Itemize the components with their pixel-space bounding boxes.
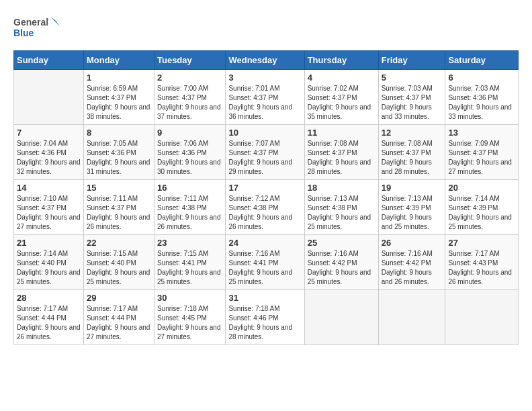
calendar-cell: 1Sunrise: 6:59 AMSunset: 4:37 PMDaylight… — [83, 70, 154, 125]
day-info: Sunrise: 7:15 AMSunset: 4:41 PMDaylight:… — [157, 249, 222, 287]
calendar-cell: 14Sunrise: 7:10 AMSunset: 4:37 PMDayligh… — [14, 180, 84, 235]
day-info: Sunrise: 7:14 AMSunset: 4:39 PMDaylight:… — [448, 194, 515, 232]
day-number: 11 — [308, 128, 375, 138]
calendar-cell: 29Sunrise: 7:17 AMSunset: 4:44 PMDayligh… — [83, 290, 154, 345]
day-number: 29 — [87, 293, 151, 303]
calendar-cell: 10Sunrise: 7:07 AMSunset: 4:37 PMDayligh… — [226, 125, 304, 180]
page-header: GeneralBlue — [13, 13, 519, 44]
day-number: 10 — [228, 128, 301, 138]
calendar-week-row: 7Sunrise: 7:04 AMSunset: 4:36 PMDaylight… — [14, 125, 519, 180]
calendar-cell: 3Sunrise: 7:01 AMSunset: 4:37 PMDaylight… — [226, 70, 304, 125]
day-info: Sunrise: 7:05 AMSunset: 4:36 PMDaylight:… — [87, 139, 151, 177]
svg-text:Blue: Blue — [13, 28, 34, 38]
day-number: 21 — [17, 238, 81, 248]
calendar-cell — [378, 290, 445, 345]
day-info: Sunrise: 7:16 AMSunset: 4:42 PMDaylight:… — [308, 249, 375, 287]
day-info: Sunrise: 7:08 AMSunset: 4:37 PMDaylight:… — [308, 139, 375, 177]
col-header-saturday: Saturday — [445, 51, 519, 70]
day-number: 24 — [228, 238, 301, 248]
logo: GeneralBlue — [13, 13, 60, 44]
day-number: 13 — [448, 128, 515, 138]
day-info: Sunrise: 7:07 AMSunset: 4:37 PMDaylight:… — [228, 139, 301, 177]
calendar-cell: 4Sunrise: 7:02 AMSunset: 4:37 PMDaylight… — [304, 70, 378, 125]
calendar-week-row: 1Sunrise: 6:59 AMSunset: 4:37 PMDaylight… — [14, 70, 519, 125]
calendar-cell — [14, 70, 84, 125]
calendar-cell: 9Sunrise: 7:06 AMSunset: 4:36 PMDaylight… — [154, 125, 225, 180]
day-number: 15 — [87, 183, 151, 193]
calendar-week-row: 14Sunrise: 7:10 AMSunset: 4:37 PMDayligh… — [14, 180, 519, 235]
calendar-cell: 17Sunrise: 7:12 AMSunset: 4:38 PMDayligh… — [226, 180, 304, 235]
day-number: 4 — [308, 73, 375, 83]
day-info: Sunrise: 7:15 AMSunset: 4:40 PMDaylight:… — [87, 249, 151, 287]
calendar-cell: 8Sunrise: 7:05 AMSunset: 4:36 PMDaylight… — [83, 125, 154, 180]
day-info: Sunrise: 7:09 AMSunset: 4:37 PMDaylight:… — [448, 139, 515, 177]
calendar-cell: 12Sunrise: 7:08 AMSunset: 4:37 PMDayligh… — [378, 125, 445, 180]
day-info: Sunrise: 7:04 AMSunset: 4:36 PMDaylight:… — [17, 139, 81, 177]
col-header-friday: Friday — [378, 51, 445, 70]
calendar-cell: 2Sunrise: 7:00 AMSunset: 4:37 PMDaylight… — [154, 70, 225, 125]
day-number: 6 — [448, 73, 515, 83]
calendar-cell: 16Sunrise: 7:11 AMSunset: 4:38 PMDayligh… — [154, 180, 225, 235]
calendar-cell: 26Sunrise: 7:16 AMSunset: 4:42 PMDayligh… — [378, 235, 445, 290]
day-number: 23 — [157, 238, 222, 248]
day-number: 28 — [17, 293, 81, 303]
day-info: Sunrise: 7:06 AMSunset: 4:36 PMDaylight:… — [157, 139, 222, 177]
calendar-cell: 28Sunrise: 7:17 AMSunset: 4:44 PMDayligh… — [14, 290, 84, 345]
day-info: Sunrise: 6:59 AMSunset: 4:37 PMDaylight:… — [87, 84, 151, 122]
day-info: Sunrise: 7:12 AMSunset: 4:38 PMDaylight:… — [228, 194, 301, 232]
day-number: 2 — [157, 73, 222, 83]
day-info: Sunrise: 7:18 AMSunset: 4:45 PMDaylight:… — [157, 304, 222, 342]
day-info: Sunrise: 7:01 AMSunset: 4:37 PMDaylight:… — [228, 84, 301, 122]
day-info: Sunrise: 7:17 AMSunset: 4:44 PMDaylight:… — [87, 304, 151, 342]
calendar-cell: 5Sunrise: 7:03 AMSunset: 4:37 PMDaylight… — [378, 70, 445, 125]
day-number: 30 — [157, 293, 222, 303]
day-number: 16 — [157, 183, 222, 193]
col-header-wednesday: Wednesday — [226, 51, 304, 70]
calendar-table: SundayMondayTuesdayWednesdayThursdayFrid… — [13, 50, 519, 345]
day-info: Sunrise: 7:13 AMSunset: 4:38 PMDaylight:… — [308, 194, 375, 232]
calendar-week-row: 28Sunrise: 7:17 AMSunset: 4:44 PMDayligh… — [14, 290, 519, 345]
calendar-cell: 6Sunrise: 7:03 AMSunset: 4:36 PMDaylight… — [445, 70, 519, 125]
calendar-cell: 27Sunrise: 7:17 AMSunset: 4:43 PMDayligh… — [445, 235, 519, 290]
calendar-cell: 23Sunrise: 7:15 AMSunset: 4:41 PMDayligh… — [154, 235, 225, 290]
day-number: 3 — [228, 73, 301, 83]
day-info: Sunrise: 7:11 AMSunset: 4:37 PMDaylight:… — [87, 194, 151, 232]
calendar-cell: 13Sunrise: 7:09 AMSunset: 4:37 PMDayligh… — [445, 125, 519, 180]
day-info: Sunrise: 7:10 AMSunset: 4:37 PMDaylight:… — [17, 194, 81, 232]
day-info: Sunrise: 7:03 AMSunset: 4:36 PMDaylight:… — [448, 84, 515, 122]
calendar-cell: 15Sunrise: 7:11 AMSunset: 4:37 PMDayligh… — [83, 180, 154, 235]
day-number: 12 — [382, 128, 443, 138]
day-number: 7 — [17, 128, 81, 138]
day-info: Sunrise: 7:13 AMSunset: 4:39 PMDaylight:… — [382, 194, 443, 232]
day-info: Sunrise: 7:11 AMSunset: 4:38 PMDaylight:… — [157, 194, 222, 232]
day-info: Sunrise: 7:17 AMSunset: 4:44 PMDaylight:… — [17, 304, 81, 342]
svg-text:General: General — [13, 17, 48, 28]
calendar-cell: 31Sunrise: 7:18 AMSunset: 4:46 PMDayligh… — [226, 290, 304, 345]
calendar-cell: 25Sunrise: 7:16 AMSunset: 4:42 PMDayligh… — [304, 235, 378, 290]
calendar-cell — [445, 290, 519, 345]
calendar-week-row: 21Sunrise: 7:14 AMSunset: 4:40 PMDayligh… — [14, 235, 519, 290]
col-header-sunday: Sunday — [14, 51, 84, 70]
calendar-cell: 7Sunrise: 7:04 AMSunset: 4:36 PMDaylight… — [14, 125, 84, 180]
day-number: 5 — [382, 73, 443, 83]
day-info: Sunrise: 7:03 AMSunset: 4:37 PMDaylight:… — [382, 84, 443, 122]
day-number: 1 — [87, 73, 151, 83]
calendar-cell: 11Sunrise: 7:08 AMSunset: 4:37 PMDayligh… — [304, 125, 378, 180]
day-number: 9 — [157, 128, 222, 138]
calendar-cell: 21Sunrise: 7:14 AMSunset: 4:40 PMDayligh… — [14, 235, 84, 290]
day-number: 27 — [448, 238, 515, 248]
day-info: Sunrise: 7:18 AMSunset: 4:46 PMDaylight:… — [228, 304, 301, 342]
col-header-monday: Monday — [83, 51, 154, 70]
day-number: 22 — [87, 238, 151, 248]
day-number: 25 — [308, 238, 375, 248]
day-number: 14 — [17, 183, 81, 193]
svg-marker-2 — [50, 17, 60, 27]
calendar-header-row: SundayMondayTuesdayWednesdayThursdayFrid… — [14, 51, 519, 70]
day-number: 8 — [87, 128, 151, 138]
calendar-cell: 22Sunrise: 7:15 AMSunset: 4:40 PMDayligh… — [83, 235, 154, 290]
col-header-tuesday: Tuesday — [154, 51, 225, 70]
calendar-cell — [304, 290, 378, 345]
day-info: Sunrise: 7:14 AMSunset: 4:40 PMDaylight:… — [17, 249, 81, 287]
day-number: 31 — [228, 293, 301, 303]
day-info: Sunrise: 7:16 AMSunset: 4:41 PMDaylight:… — [228, 249, 301, 287]
